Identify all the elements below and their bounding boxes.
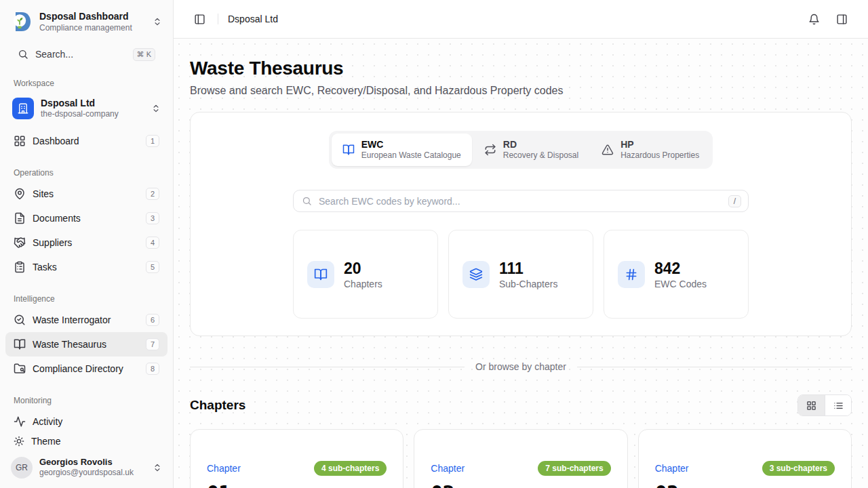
sidebar-item-tasks[interactable]: Tasks 5 xyxy=(5,255,167,279)
section-label-workspace: Workspace xyxy=(5,79,167,88)
sidebar-nav: Workspace Dsposal Ltd the-dsposal-compan… xyxy=(0,66,173,427)
workspace-avatar xyxy=(12,98,34,119)
stat-value: 111 xyxy=(499,260,557,277)
code-type-tabs: EWC European Waste Catalogue RD Recovery… xyxy=(329,131,713,169)
workspace-switcher[interactable]: Dsposal Ltd the-dsposal-company xyxy=(5,92,167,125)
count-badge: 4 xyxy=(146,237,159,249)
theme-toggle[interactable]: Theme xyxy=(5,430,167,453)
sun-icon xyxy=(14,436,24,447)
ewc-search-input[interactable] xyxy=(319,196,722,207)
sidebar-item-label: Tasks xyxy=(33,262,139,272)
grid-view-button[interactable] xyxy=(798,395,825,415)
layout-grid-icon xyxy=(14,135,26,147)
chapter-number: 03 xyxy=(655,481,835,488)
count-badge: 6 xyxy=(146,314,159,326)
sub-chapters-badge: 7 sub-chapters xyxy=(538,461,610,476)
count-badge: 7 xyxy=(146,338,159,350)
panel-right-icon xyxy=(836,14,848,25)
activity-icon xyxy=(14,415,26,426)
file-text-icon xyxy=(14,212,26,224)
tab-code: EWC xyxy=(361,139,461,150)
search-icon xyxy=(18,49,28,60)
app-switcher[interactable]: Dsposal Dashboard Compliance management xyxy=(5,7,167,37)
stat-icon-tile xyxy=(307,261,334,288)
count-badge: 5 xyxy=(146,261,159,273)
divider-line xyxy=(190,367,465,367)
sidebar-item-label: Activity xyxy=(33,416,159,426)
tab-sublabel: European Waste Catalogue xyxy=(361,150,461,161)
right-panel-toggle-button[interactable] xyxy=(833,11,850,28)
count-badge: 1 xyxy=(146,135,159,147)
chapter-label: Chapter xyxy=(431,463,465,474)
chevrons-up-down-icon xyxy=(151,104,161,113)
stat-icon-tile xyxy=(462,261,490,288)
page-title: Waste Thesaurus xyxy=(190,58,852,79)
search-check-icon xyxy=(14,314,26,326)
tab-code: HP xyxy=(620,139,699,150)
handshake-icon xyxy=(14,237,26,249)
sidebar-item-activity[interactable]: Activity xyxy=(5,409,167,426)
book-open-icon xyxy=(14,338,26,350)
sidebar-item-suppliers[interactable]: Suppliers 4 xyxy=(5,230,167,255)
app-tagline: Compliance management xyxy=(39,23,146,33)
section-label-intelligence: Intelligence xyxy=(5,294,167,304)
chevrons-up-down-icon xyxy=(153,463,162,472)
sub-chapters-badge: 3 sub-chapters xyxy=(762,461,835,476)
view-toggle xyxy=(797,394,852,416)
tab-hp[interactable]: HP Hazardous Properties xyxy=(591,134,710,166)
chevrons-up-down-icon xyxy=(153,17,162,26)
sidebar-item-sites[interactable]: Sites 2 xyxy=(5,182,167,206)
sidebar-toggle-button[interactable] xyxy=(191,11,208,28)
theme-label: Theme xyxy=(31,436,61,447)
stat-label: Chapters xyxy=(344,279,382,289)
stat-card-sub-chapters: 111 Sub-Chapters xyxy=(448,230,593,319)
browse-divider: Or browse by chapter xyxy=(190,361,852,372)
list-view-icon xyxy=(833,401,844,411)
user-email: georgios@yourdsposal.uk xyxy=(39,468,146,479)
ewc-search-bar: / xyxy=(293,190,749,212)
sidebar-item-waste-interrogator[interactable]: Waste Interrogator 6 xyxy=(5,308,167,332)
chapter-card-03[interactable]: Chapter 3 sub-chapters 03 xyxy=(638,429,852,488)
top-header: Dsposal Ltd xyxy=(174,0,868,39)
sidebar-item-documents[interactable]: Documents 3 xyxy=(5,206,167,230)
recycle-icon xyxy=(484,144,496,156)
user-menu[interactable]: GR Georgios Rovolis georgios@yourdsposal… xyxy=(5,453,167,483)
sidebar: Dsposal Dashboard Compliance management … xyxy=(0,0,174,488)
panel-left-icon xyxy=(194,14,205,25)
clipboard-list-icon xyxy=(14,261,26,273)
header-divider xyxy=(218,14,218,24)
stat-label: Sub-Chapters xyxy=(499,279,557,289)
sidebar-item-dashboard[interactable]: Dashboard 1 xyxy=(5,129,167,153)
stats-row: 20 Chapters 111 Sub-Chapters xyxy=(293,230,749,319)
tab-rd[interactable]: RD Recovery & Disposal xyxy=(473,134,589,166)
chapter-grid: Chapter 4 sub-chapters 01 Chapter 7 sub-… xyxy=(190,429,852,488)
workspace-name: Dsposal Ltd xyxy=(41,98,144,110)
count-badge: 8 xyxy=(146,363,159,375)
stat-value: 20 xyxy=(344,260,382,277)
sidebar-item-label: Waste Thesaurus xyxy=(33,339,139,350)
grid-view-icon xyxy=(806,401,816,411)
sidebar-item-waste-thesaurus[interactable]: Waste Thesaurus 7 xyxy=(5,332,167,357)
layers-icon xyxy=(469,268,483,281)
slash-shortcut-badge: / xyxy=(728,195,741,207)
avatar: GR xyxy=(11,457,33,479)
chapter-label: Chapter xyxy=(207,463,241,474)
chapter-card-02[interactable]: Chapter 7 sub-chapters 02 xyxy=(414,429,627,488)
notifications-button[interactable] xyxy=(806,11,823,28)
chapter-card-01[interactable]: Chapter 4 sub-chapters 01 xyxy=(190,429,403,488)
sidebar-search[interactable]: Search... ⌘ K xyxy=(11,43,162,66)
bell-icon xyxy=(808,14,820,25)
sidebar-item-label: Documents xyxy=(33,213,139,224)
app-name: Dsposal Dashboard xyxy=(39,11,146,23)
main-area: Dsposal Ltd Waste Thesaurus Browse and s… xyxy=(174,0,868,488)
sidebar-item-label: Waste Interrogator xyxy=(33,314,139,325)
divider-label: Or browse by chapter xyxy=(475,361,566,372)
chapter-label: Chapter xyxy=(655,463,689,474)
workspace-slug: the-dsposal-company xyxy=(41,109,144,119)
map-pin-icon xyxy=(14,188,26,200)
sidebar-item-compliance-directory[interactable]: Compliance Directory 8 xyxy=(5,357,167,381)
sidebar-item-label: Suppliers xyxy=(33,237,139,248)
chapters-heading: Chapters xyxy=(190,398,245,413)
list-view-button[interactable] xyxy=(825,395,851,415)
tab-ewc[interactable]: EWC European Waste Catalogue xyxy=(332,134,472,166)
